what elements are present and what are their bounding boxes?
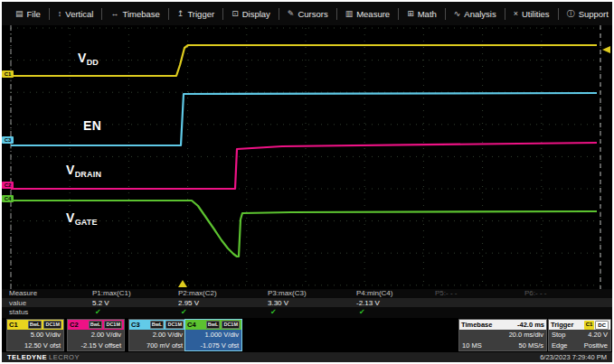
- scope-screen: ▤File↕Vertical↔Timebase↥Trigger⊡Display✎…: [2, 2, 612, 362]
- menu-item-math[interactable]: ⊞Math: [399, 9, 445, 19]
- trace-v_gate: [11, 201, 597, 257]
- channel-offset: -2.15 V offset: [71, 341, 121, 351]
- channel-offset: -1.075 V ofst: [188, 341, 239, 351]
- trigger-coupling-badge: DC: [595, 321, 609, 330]
- file-icon: ▤: [15, 9, 24, 18]
- trace-v_dd: [11, 45, 597, 76]
- oscilloscope-screenshot: ▤File↕Vertical↔Timebase↥Trigger⊡Display✎…: [0, 0, 614, 364]
- channel-descriptor-c4[interactable]: C4BwLDC1M1.000 V/div-1.075 V ofst: [184, 319, 242, 351]
- vertical-icon: ↕: [58, 9, 62, 18]
- menu-item-label: Cursors: [298, 9, 327, 19]
- status-bar: TELEDYNE LECROY 6/23/2023 7:29:40 PM: [2, 352, 612, 362]
- channel-volts-per-div: 1.000 V/div: [188, 330, 239, 341]
- measure-status-3: ✔: [270, 308, 277, 316]
- channel-header-c4: C4BwLDC1M: [185, 320, 241, 330]
- measure-param-4[interactable]: P4:min(C4): [356, 289, 392, 297]
- trigger-time-marker[interactable]: [178, 280, 187, 287]
- measure-row-label-value: value: [9, 299, 26, 307]
- measure-param-3[interactable]: P3:max(C3): [268, 289, 307, 297]
- trace-annotation-vdd: VDD: [78, 51, 99, 67]
- measure-param-6[interactable]: P6:- - -: [524, 289, 546, 297]
- timebase-header: Timebase -42.0 ms: [459, 320, 546, 330]
- menu-item-label: Utilities: [522, 9, 550, 19]
- timebase-per-div: 20.0 ms/div: [462, 330, 543, 341]
- channel-id-label: C1: [9, 321, 26, 329]
- trigger-level-marker[interactable]: [602, 46, 610, 53]
- menu-item-timebase[interactable]: ↔Timebase: [102, 9, 167, 19]
- trigger-descriptor[interactable]: Trigger C1 DC Stop 4.20 V Edge Positive: [548, 319, 611, 351]
- menu-item-support[interactable]: ⓘSupport: [559, 8, 612, 20]
- measure-value-4: -2.13 V: [356, 299, 380, 307]
- timebase-descriptor[interactable]: Timebase -42.0 ms 20.0 ms/div 10 MS 50 M…: [458, 319, 547, 351]
- measure-param-5[interactable]: P5:- - -: [435, 289, 457, 297]
- channel-descriptor-c2[interactable]: C2BwLDC1M2.00 V/div-2.15 V offset: [67, 319, 125, 351]
- analysis-icon: ∿: [454, 9, 461, 18]
- channel-badge-bwl: BwL: [89, 321, 103, 329]
- channel-position-tab-c4[interactable]: C4: [2, 195, 14, 202]
- datetime: 6/23/2023 7:29:40 PM: [540, 353, 607, 361]
- channel-volts-per-div: 2.00 V/div: [71, 330, 121, 341]
- menu-item-label: Vertical: [65, 9, 93, 19]
- brand-lecroy: LECROY: [49, 353, 80, 361]
- trace-annotation-vdrain: VDRAIN: [66, 163, 101, 179]
- measure-icon: ▥: [345, 9, 354, 18]
- measure-param-2[interactable]: P2:max(C2): [178, 289, 217, 297]
- menu-item-trigger[interactable]: ↥Trigger: [169, 9, 222, 19]
- menu-item-label: Display: [242, 9, 270, 19]
- channel-badge-bwl: BwL: [206, 321, 221, 329]
- channel-id-label: C4: [187, 321, 204, 329]
- menu-bar: ▤File↕Vertical↔Timebase↥Trigger⊡Display✎…: [2, 2, 612, 25]
- waveform-plot: VDDENVDRAINVGATEC1C3C2C4: [2, 25, 612, 289]
- menu-item-file[interactable]: ▤File: [7, 9, 49, 19]
- channel-header-c2: C2BwLDC1M: [68, 320, 124, 330]
- menu-item-label: Analysis: [464, 9, 496, 19]
- support-icon: ⓘ: [567, 8, 575, 20]
- channel-descriptor-c1[interactable]: C1BwLDC1M5.00 V/div12.50 V ofst: [6, 319, 64, 351]
- trace-annotation-en: EN: [83, 118, 101, 135]
- measure-value-2: 2.95 V: [178, 299, 199, 307]
- menu-item-vertical[interactable]: ↕Vertical: [50, 9, 102, 19]
- menu-item-label: Math: [418, 9, 437, 19]
- measure-status-1: ✔: [95, 308, 101, 316]
- menu-item-label: Support: [579, 9, 609, 19]
- timebase-title: Timebase: [461, 321, 492, 329]
- utilities-icon: ×: [514, 9, 518, 18]
- measure-value-1: 5.2 V: [92, 299, 109, 307]
- channel-position-tab-c1[interactable]: C1: [2, 70, 14, 78]
- trigger-mode: Stop: [552, 330, 565, 341]
- brand-teledyne: TELEDYNE: [7, 353, 47, 361]
- menu-item-label: Trigger: [187, 9, 214, 19]
- channel-offset: 12.50 V ofst: [10, 341, 61, 351]
- menu-item-measure[interactable]: ▥Measure: [337, 9, 398, 19]
- channel-badge-dc1m: DC1M: [43, 321, 61, 329]
- timebase-rate: 50 MS/s: [518, 341, 543, 351]
- channel-header-c1: C1BwLDC1M: [7, 320, 63, 330]
- channel-id-label: C2: [70, 321, 87, 329]
- channel-badge-dc1m: DC1M: [165, 321, 184, 329]
- measure-row-label-measure: Measure: [9, 289, 37, 297]
- channel-descriptor-c3[interactable]: C3BwLDC1M2.00 V/div700 mV ofst: [128, 319, 186, 351]
- channel-volts-per-div: 5.00 V/div: [10, 330, 61, 341]
- measure-row-label-status: status: [9, 308, 28, 316]
- menu-item-cursors[interactable]: ✎Cursors: [279, 9, 336, 19]
- channel-offset: 700 mV ofst: [132, 341, 183, 351]
- channel-id-label: C3: [131, 321, 148, 329]
- display-icon: ⊡: [231, 9, 239, 18]
- measure-value-3: 3.30 V: [268, 299, 288, 307]
- menu-item-label: Timebase: [122, 9, 159, 19]
- measure-param-1[interactable]: P1:max(C1): [92, 289, 131, 297]
- channel-volts-per-div: 2.00 V/div: [132, 330, 183, 341]
- channel-position-tab-c2[interactable]: C2: [2, 182, 14, 189]
- measure-status-4: ✔: [359, 308, 365, 316]
- timebase-delay: -42.0 ms: [517, 321, 544, 329]
- channel-position-tab-c3[interactable]: C3: [2, 136, 14, 144]
- menu-item-analysis[interactable]: ∿Analysis: [446, 9, 505, 19]
- channel-header-c3: C3BwLDC1M: [129, 320, 185, 330]
- channel-badge-bwl: BwL: [150, 321, 165, 329]
- trace-annotation-vgate: VGATE: [66, 210, 98, 227]
- trigger-type: Edge: [552, 341, 568, 351]
- menu-item-utilities[interactable]: ×Utilities: [505, 9, 558, 19]
- trigger-header: Trigger C1 DC: [549, 320, 610, 330]
- trigger-icon: ↥: [177, 9, 184, 18]
- menu-item-display[interactable]: ⊡Display: [223, 9, 279, 19]
